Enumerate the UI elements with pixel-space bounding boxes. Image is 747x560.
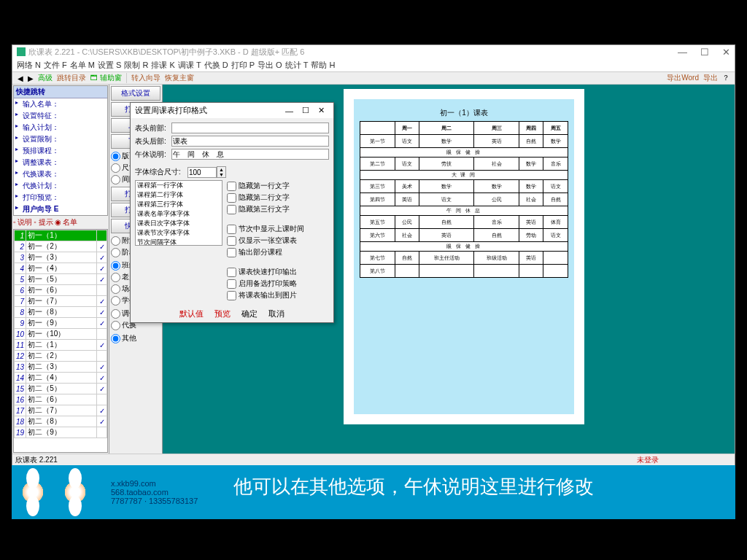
class-row[interactable]: 11初二（1）✓ <box>15 340 107 351</box>
spinner-icon[interactable]: ▲▼ <box>217 166 226 178</box>
nav-user-guide[interactable]: 用户向导 E <box>14 203 107 215</box>
nav-adjust[interactable]: 调整课表： <box>14 157 107 168</box>
menu-limit[interactable]: 限制 R <box>124 60 148 71</box>
nav-set-feature[interactable]: 设置特征： <box>14 110 107 122</box>
aux-window-button[interactable]: 🗔 辅助窗 <box>88 73 124 83</box>
class-row[interactable]: 5初一（5）✓ <box>15 274 107 285</box>
font-item[interactable]: 节次间隔字体 <box>136 238 222 246</box>
app-icon <box>17 47 26 56</box>
menu-file[interactable]: 文件 F <box>44 60 67 71</box>
class-row[interactable]: 14初二（4）✓ <box>15 373 107 384</box>
check-option[interactable]: 启用备选打印策略 <box>227 278 304 289</box>
font-item[interactable]: 课表名单字体字体 <box>136 209 222 219</box>
class-row[interactable]: 9初一（9）✓ <box>15 318 107 329</box>
class-row[interactable]: 3初一（3）✓ <box>15 252 107 263</box>
check-option[interactable]: 隐藏第三行文字 <box>227 203 304 215</box>
menubar: 网络 N 文件 F 名单 M 设置 S 限制 R 排课 K 调课 T 代换 D … <box>12 58 735 71</box>
check-option[interactable]: 隐藏第一行文字 <box>227 180 304 192</box>
class-row[interactable]: 2初一（2）✓ <box>15 241 107 252</box>
class-row[interactable]: 12初二（2） <box>15 351 107 362</box>
timetable-title: 初一（1）课表 <box>360 105 568 121</box>
timetable-paper: 初一（1）课表 周一周二周三周四周五第一节语文数学英语自然数学眼 保 健 操第二… <box>344 89 584 424</box>
font-item[interactable]: 课表节次字体字体 <box>136 228 222 238</box>
check-option[interactable]: 输出部分课程 <box>227 246 304 258</box>
window-title: 欣课表 2.221 - C:\USERS\XKB\DESKTOP\初中例子3.X… <box>28 47 304 58</box>
titlebar: 欣课表 2.221 - C:\USERS\XKB\DESKTOP\初中例子3.X… <box>12 45 735 58</box>
class-row[interactable]: 10初一（10） <box>15 329 107 340</box>
menu-help[interactable]: 帮助 H <box>311 60 335 71</box>
nav-input-plan[interactable]: 输入计划： <box>14 122 107 133</box>
nav-presort[interactable]: 预排课程： <box>14 145 107 157</box>
tab-names[interactable]: ◉ 名单 <box>55 217 78 228</box>
check-option[interactable]: 仅显示一张空课表 <box>227 235 304 246</box>
back-button[interactable]: ◀ <box>15 74 26 82</box>
nav-set-limit[interactable]: 设置限制： <box>14 133 107 145</box>
fontsize-label: 字体综合尺寸: <box>135 167 187 177</box>
forward-button[interactable]: ▶ <box>26 74 36 82</box>
menu-stats[interactable]: 统计 T <box>285 60 309 71</box>
menu-substitute[interactable]: 代换 D <box>204 60 228 71</box>
dialog-maximize[interactable]: ☐ <box>298 106 314 115</box>
advanced-button[interactable]: 高级 <box>36 73 55 83</box>
lunch-input[interactable] <box>171 149 329 160</box>
ok-button[interactable]: 确定 <box>241 309 258 318</box>
font-item[interactable]: 课程第二行字体 <box>136 190 222 200</box>
nav-input-list[interactable]: 输入名单： <box>14 98 107 110</box>
class-row[interactable]: 13初二（3）✓ <box>15 362 107 373</box>
preview-button[interactable]: 预览 <box>214 309 231 318</box>
menu-settings[interactable]: 设置 S <box>98 60 121 71</box>
status-left: 欣课表 2.221 <box>15 455 58 465</box>
tab-info[interactable]: ◦ 说明 <box>13 217 32 228</box>
class-row[interactable]: 15初二（5）✓ <box>15 384 107 394</box>
font-item[interactable]: 课表日次字体字体 <box>136 219 222 228</box>
font-item[interactable]: 课程第一行字体 <box>136 181 222 190</box>
menu-print[interactable]: 打印 P <box>231 60 255 71</box>
fontsize-input[interactable] <box>187 167 217 178</box>
radio-other[interactable]: 其他 <box>111 332 160 344</box>
class-row[interactable]: 7初一（7）✓ <box>15 296 107 307</box>
check-option[interactable]: 将课表输出到图片 <box>227 289 304 301</box>
nav-print-preview[interactable]: 打印预览： <box>14 192 107 203</box>
class-row[interactable]: 19初二（9） <box>15 427 107 438</box>
tab-hint[interactable]: ◦ 提示 <box>34 217 53 228</box>
menu-list[interactable]: 名单 M <box>70 60 95 71</box>
overlay-url: x.xkb99.com <box>111 479 198 488</box>
font-list[interactable]: 课程第一行字体课程第二行字体课程第三行字体课表名单字体字体课表日次字体字体课表节… <box>135 180 222 246</box>
head-back-label: 表头后部: <box>135 136 171 147</box>
class-row[interactable]: 8初一（8）✓ <box>15 307 107 318</box>
class-row[interactable]: 4初一（4）✓ <box>15 263 107 274</box>
check-option[interactable]: 节次中显示上课时间 <box>227 223 304 235</box>
check-option[interactable]: 隐藏第二行文字 <box>227 192 304 203</box>
maximize-button[interactable]: ☐ <box>700 47 709 58</box>
head-back-input[interactable] <box>171 136 329 147</box>
nav-substitute[interactable]: 代换课表： <box>14 168 107 180</box>
class-row[interactable]: 1初一（1） <box>15 230 107 241</box>
head-front-input[interactable] <box>171 122 329 133</box>
class-row[interactable]: 18初二（8）✓ <box>15 416 107 427</box>
help-icon[interactable]: ？ <box>720 73 732 83</box>
dialog-minimize[interactable]: — <box>281 106 298 115</box>
menu-network[interactable]: 网络 N <box>17 60 41 71</box>
period-row: 第八节 <box>360 265 568 278</box>
cancel-button[interactable]: 取消 <box>268 309 285 318</box>
check-option[interactable]: 课表快速打印输出 <box>227 266 304 278</box>
menu-schedule[interactable]: 排课 K <box>151 60 174 71</box>
menu-export[interactable]: 导出 O <box>258 60 282 71</box>
class-row[interactable]: 16初二（6） <box>15 394 107 405</box>
export-button[interactable]: 导出 <box>701 73 720 83</box>
class-row[interactable]: 17初二（7）✓ <box>15 405 107 416</box>
default-button[interactable]: 默认值 <box>179 309 204 318</box>
goto-toc-button[interactable]: 跳转目录 <box>55 73 88 83</box>
class-list[interactable]: 1初一（1）2初一（2）✓3初一（3）✓4初一（4）✓5初一（5）✓6初一（6）… <box>13 229 108 453</box>
dialog-close[interactable]: ✕ <box>314 106 329 115</box>
format-button[interactable]: 格式设置 <box>111 86 160 101</box>
close-button[interactable]: ✕ <box>722 47 730 58</box>
nav-sub-plan[interactable]: 代换计划： <box>14 180 107 192</box>
font-item[interactable]: 课程第三行字体 <box>136 200 222 209</box>
minimize-button[interactable]: — <box>678 47 687 58</box>
restore-main-button[interactable]: 恢复主窗 <box>163 73 196 83</box>
wizard-button[interactable]: 转入向导 <box>129 73 163 83</box>
menu-adjust[interactable]: 调课 T <box>178 60 201 71</box>
class-row[interactable]: 6初一（6） <box>15 285 107 296</box>
export-word-button[interactable]: 导出Word <box>665 73 701 83</box>
